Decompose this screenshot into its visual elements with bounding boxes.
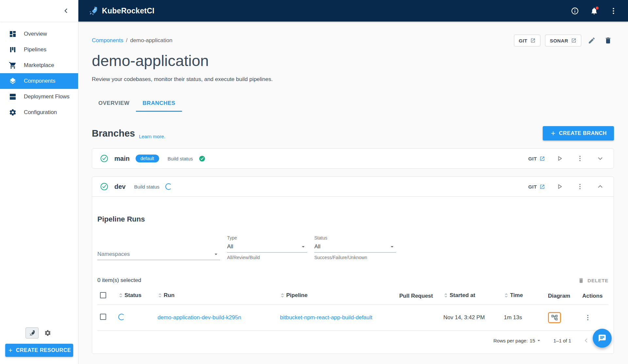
chevron-left-icon	[583, 337, 589, 344]
git-label: GIT	[528, 156, 537, 161]
plus-icon	[8, 347, 13, 353]
sidebar-item-pipelines[interactable]: Pipelines	[0, 42, 78, 58]
git-link-button[interactable]: GIT	[514, 35, 540, 46]
rows-per-page-select[interactable]: 15	[530, 338, 542, 343]
git-button-label: GIT	[519, 38, 527, 43]
run-link[interactable]: demo-application-dev-build-k295n	[157, 314, 241, 321]
column-header-time[interactable]: Time	[501, 288, 545, 305]
info-button[interactable]	[570, 6, 580, 16]
delete-selected-button[interactable]: DELETE	[578, 277, 608, 284]
pipeline-runs-heading: Pipeline Runs	[97, 215, 608, 223]
sidebar-item-overview[interactable]: Overview	[0, 26, 78, 42]
time-cell: 1m 13s	[501, 305, 545, 331]
column-header-status[interactable]: Status	[116, 288, 155, 305]
sidebar-item-label: Configuration	[24, 109, 57, 116]
branch-git-link[interactable]: GIT	[528, 184, 545, 190]
branch-actions-menu-button[interactable]	[574, 181, 586, 192]
column-label: Diagram	[548, 293, 570, 299]
default-branch-chip: default	[136, 155, 159, 162]
play-icon	[556, 183, 563, 190]
create-branch-label: CREATE BRANCH	[559, 130, 607, 136]
sonar-link-button[interactable]: SONAR	[545, 35, 581, 46]
gear-icon	[9, 108, 17, 116]
diagram-button[interactable]	[548, 312, 561, 323]
type-select[interactable]: All	[227, 241, 307, 253]
branch-card-main: main default Build status GIT	[92, 148, 614, 169]
namespaces-select[interactable]: Namespaces	[97, 249, 220, 260]
branch-status-check-icon	[100, 182, 108, 191]
select-all-checkbox[interactable]	[100, 292, 106, 298]
breadcrumb-components-link[interactable]: Components	[92, 37, 123, 44]
column-header-pipeline[interactable]: Pipeline	[277, 288, 397, 305]
git-label: GIT	[528, 184, 537, 190]
sidebar-item-components[interactable]: Components	[0, 73, 78, 89]
sidebar-item-label: Overview	[24, 31, 47, 37]
tab-overview[interactable]: OVERVIEW	[92, 95, 136, 112]
pencil-icon	[588, 37, 596, 44]
column-label: Pipeline	[286, 292, 307, 299]
app-logo[interactable]: KubeRocketCI	[88, 6, 155, 16]
stacked-rows-icon	[9, 93, 17, 101]
info-icon	[571, 7, 579, 15]
kebab-menu-icon	[576, 183, 584, 190]
status-select[interactable]: All	[314, 241, 396, 253]
sidebar-item-deployment-flows[interactable]: Deployment Flows	[0, 89, 78, 105]
sidebar-item-configuration[interactable]: Configuration	[0, 105, 78, 120]
sidebar-item-label: Marketplace	[24, 62, 54, 69]
column-header-run[interactable]: Run	[155, 288, 277, 305]
sidebar-item-marketplace[interactable]: Marketplace	[0, 58, 78, 73]
create-resource-button[interactable]: CREATE RESOURCE	[5, 344, 73, 357]
delete-component-button[interactable]	[602, 35, 614, 46]
edit-component-button[interactable]	[586, 35, 598, 46]
build-status-label: Build status	[134, 184, 159, 190]
notifications-button[interactable]	[589, 6, 599, 16]
branch-git-link[interactable]: GIT	[528, 156, 545, 161]
tab-branches[interactable]: BRANCHES	[136, 95, 182, 112]
row-checkbox[interactable]	[100, 314, 106, 320]
dropdown-arrow-icon	[536, 338, 542, 343]
settings-tool-button[interactable]	[41, 327, 54, 339]
learn-more-link[interactable]: Learn more.	[139, 134, 165, 141]
sort-icon	[504, 292, 509, 298]
sidebar-item-label: Pipelines	[24, 46, 46, 53]
shopping-cart-icon	[9, 61, 17, 69]
chat-fab-button[interactable]	[593, 329, 612, 348]
collapse-branch-button[interactable]	[595, 181, 606, 192]
branch-status-check-icon	[100, 154, 108, 163]
run-running-spinner	[118, 314, 125, 320]
column-header-pull-request: Pull Request	[397, 288, 441, 305]
column-label: Time	[510, 292, 523, 299]
sidebar-collapse-button[interactable]	[60, 5, 72, 16]
column-header-actions: Actions	[580, 288, 608, 305]
table-row: demo-application-dev-build-k295n bitbuck…	[97, 305, 608, 331]
table-pagination: Rows per page: 15 1–1 of 1	[97, 331, 608, 354]
expand-branch-button[interactable]	[595, 153, 606, 164]
namespaces-select-value: Namespaces	[97, 251, 130, 257]
sonar-button-label: SONAR	[550, 38, 568, 43]
app-window: Overview Pipelines Marketplace Component…	[0, 0, 628, 364]
rocket-icon	[29, 330, 35, 336]
trigger-build-button[interactable]	[554, 153, 565, 164]
plus-icon	[550, 130, 556, 137]
create-resource-label: CREATE RESOURCE	[16, 347, 71, 353]
page-subtitle: Review your codebases, monitor their sta…	[92, 76, 614, 83]
column-header-diagram: Diagram	[545, 288, 580, 305]
overflow-menu-button[interactable]	[609, 6, 618, 16]
previous-page-button[interactable]	[583, 337, 589, 344]
sort-icon	[157, 292, 162, 298]
pipeline-runs-panel: Pipeline Runs Namespaces Type	[92, 196, 614, 354]
diagram-tree-icon	[551, 314, 558, 321]
started-at-cell: Nov 14, 3:42 PM	[441, 305, 501, 331]
row-actions-menu-button[interactable]	[582, 312, 593, 323]
chevron-down-icon	[597, 155, 604, 162]
pipeline-link[interactable]: bitbucket-npm-react-app-build-default	[280, 314, 372, 321]
sidebar-header	[0, 0, 78, 22]
build-status-label: Build status	[168, 156, 193, 161]
column-header-started-at[interactable]: Started at	[441, 288, 501, 305]
column-label: Actions	[582, 293, 603, 299]
app-name: KubeRocketCI	[102, 7, 155, 15]
trigger-build-button[interactable]	[554, 181, 565, 192]
create-branch-button[interactable]: CREATE BRANCH	[543, 126, 614, 141]
rocket-tool-button[interactable]	[25, 327, 39, 339]
branch-actions-menu-button[interactable]	[574, 153, 586, 164]
